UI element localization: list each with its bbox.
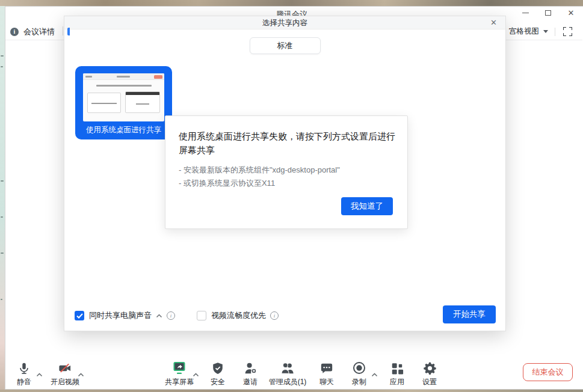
dialog-title: 选择共享内容 <box>64 16 505 29</box>
video-priority-checkbox[interactable] <box>197 311 206 320</box>
divider <box>555 28 555 36</box>
check-icon <box>76 313 83 319</box>
share-screen-icon <box>165 360 194 375</box>
chevron-up-icon[interactable] <box>156 314 162 318</box>
hidden-toolbar-icon <box>67 28 70 35</box>
info-icon: i <box>10 28 19 36</box>
share-content-dialog: 选择共享内容 ✕ 标准 使用系统桌面进行共享 <box>64 16 506 331</box>
person-add-icon <box>243 360 258 375</box>
maximize-button[interactable] <box>541 7 555 18</box>
invite-button[interactable]: 邀请 <box>243 360 258 387</box>
share-desktop-tile[interactable]: 使用系统桌面进行共享 <box>75 66 172 139</box>
minimize-icon <box>522 13 529 13</box>
chevron-down-icon[interactable] <box>543 30 548 33</box>
share-screen-button[interactable]: 共享屏幕 <box>165 360 194 387</box>
share-options-chevron[interactable] <box>193 369 199 379</box>
record-icon <box>352 360 366 375</box>
divider <box>63 26 63 35</box>
close-window-button[interactable]: ✕ <box>564 7 578 18</box>
dialog-footer-options: 同时共享电脑声音 i 视频流畅度优先 i <box>75 310 279 322</box>
manage-members-button[interactable]: 管理成员(1) <box>269 360 307 387</box>
meeting-details-button[interactable]: i 会议详情 <box>10 26 55 37</box>
dialog-header: 选择共享内容 ✕ <box>64 16 505 29</box>
share-audio-info-icon[interactable]: i <box>167 311 175 320</box>
start-share-button[interactable]: 开始共享 <box>443 305 496 323</box>
mute-options-chevron[interactable] <box>36 369 43 379</box>
minimize-button[interactable] <box>518 7 532 18</box>
tab-standard[interactable]: 标准 <box>250 37 321 54</box>
maximize-icon <box>545 10 551 16</box>
screen: 腾讯会议 ✕ i 会议详情 宫格视图 选择共享内容 ✕ 标准 <box>0 0 583 392</box>
video-priority-label: 视频流畅度优先 <box>211 310 266 321</box>
desktop-wallpaper-top <box>0 0 583 6</box>
mute-button[interactable]: 静音 <box>17 360 31 387</box>
acknowledge-button[interactable]: 我知道了 <box>341 197 393 215</box>
apps-button[interactable]: 应用 <box>390 360 404 387</box>
dialog-close-button[interactable]: ✕ <box>488 16 499 29</box>
video-options-chevron[interactable] <box>78 369 84 379</box>
view-mode-label[interactable]: 宫格视图 <box>509 26 539 37</box>
gear-icon <box>422 360 437 375</box>
instruction-item: - 安装最新版本的系统组件"xdg-desktop-portal" <box>179 164 393 177</box>
end-meeting-button[interactable]: 结束会议 <box>523 363 573 381</box>
record-button[interactable]: 录制 <box>352 360 366 387</box>
share-audio-label: 同时共享电脑声音 <box>89 310 152 321</box>
settings-button[interactable]: 设置 <box>422 360 437 387</box>
share-desktop-tile-label: 使用系统桌面进行共享 <box>75 125 172 135</box>
view-controls: 宫格视图 <box>497 26 572 37</box>
share-desktop-preview <box>83 73 164 121</box>
chat-button[interactable]: 聊天 <box>319 360 334 387</box>
desktop-wallpaper-bottom <box>0 390 583 392</box>
share-failed-message: 使用系统桌面进行共享失败，请按下列方式设置后进行屏幕共享 <box>179 129 396 158</box>
people-icon <box>269 360 307 375</box>
apps-grid-icon <box>390 360 404 375</box>
camera-off-icon <box>51 360 79 375</box>
share-failed-popup: 使用系统桌面进行共享失败，请按下列方式设置后进行屏幕共享 - 安装最新版本的系统… <box>165 115 408 229</box>
fullscreen-icon[interactable] <box>563 27 572 36</box>
window-controls: ✕ <box>518 7 578 18</box>
start-video-button[interactable]: 开启视频 <box>51 360 79 387</box>
instruction-item: - 或切换系统显示协议至X11 <box>179 177 393 191</box>
share-failed-instructions: - 安装最新版本的系统组件"xdg-desktop-portal" - 或切换系… <box>179 164 393 191</box>
microphone-icon <box>17 360 31 375</box>
meeting-details-label: 会议详情 <box>23 26 55 37</box>
security-button[interactable]: 安全 <box>211 360 225 387</box>
video-priority-info-icon[interactable]: i <box>270 311 279 320</box>
share-audio-checkbox[interactable] <box>75 311 84 320</box>
chat-icon <box>319 360 334 375</box>
shield-check-icon <box>211 360 225 375</box>
record-options-chevron[interactable] <box>371 369 378 379</box>
desktop-wallpaper-left <box>0 6 5 390</box>
